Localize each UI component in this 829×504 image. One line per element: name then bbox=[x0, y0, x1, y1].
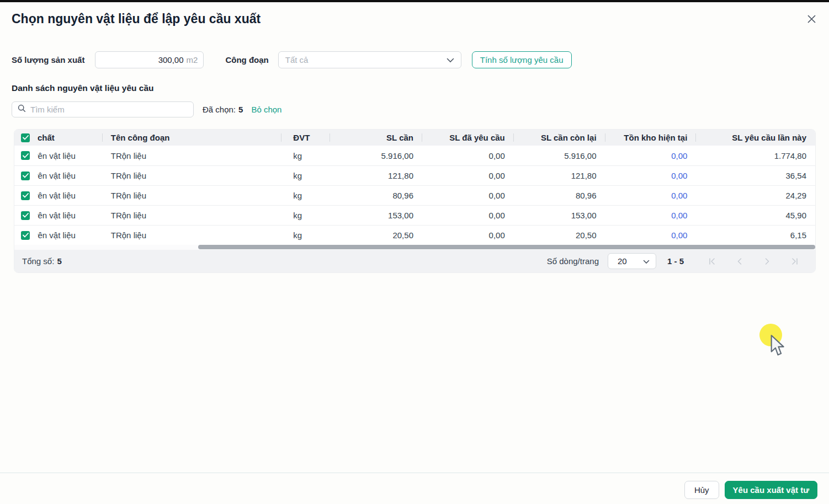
search-icon bbox=[18, 104, 26, 115]
stage-select-placeholder: Tất cả bbox=[285, 55, 309, 65]
cell-ton-kho-link[interactable]: 0,00 bbox=[605, 151, 697, 160]
cell-sl-da-yeu-cau: 0,00 bbox=[422, 230, 514, 240]
cell-unit: kg bbox=[281, 171, 330, 180]
search-box[interactable] bbox=[12, 101, 194, 117]
row-checkbox-cell bbox=[14, 231, 38, 240]
header-checkbox-cell bbox=[14, 130, 38, 146]
first-page-icon[interactable] bbox=[708, 258, 716, 265]
header-sl-da-yeu-cau: SL đã yêu cầu bbox=[422, 130, 514, 146]
cell-sl-yeu-cau-lan-nay: 24,29 bbox=[696, 191, 815, 200]
stage-select[interactable]: Tất cả bbox=[278, 51, 461, 68]
cell-sl-can-con-lai: 153,00 bbox=[514, 211, 605, 220]
scrollbar-thumb[interactable] bbox=[198, 245, 815, 249]
header-material: chất bbox=[38, 130, 103, 146]
mouse-cursor bbox=[770, 335, 785, 359]
search-input[interactable] bbox=[30, 105, 188, 114]
rows-per-page-label: Số dòng/trang bbox=[547, 256, 599, 266]
row-checkbox-cell bbox=[14, 211, 38, 220]
cell-material: yên vật liệu bbox=[38, 191, 103, 200]
production-qty-input[interactable]: 300,00 m2 bbox=[95, 51, 204, 68]
cell-sl-can: 153,00 bbox=[330, 211, 422, 220]
header-ton-kho: Tồn kho hiện tại bbox=[605, 130, 697, 146]
table-row[interactable]: yên vật liệu TRộn liệu kg 121,80 0,00 12… bbox=[14, 165, 815, 185]
cell-material: yên vật liệu bbox=[38, 151, 103, 160]
cell-material: yên vật liệu bbox=[38, 211, 103, 220]
last-page-icon[interactable] bbox=[791, 258, 799, 265]
modal-actions: Hủy Yêu cầu xuất vật tư bbox=[684, 481, 817, 499]
search-row: Đã chọn: 5 Bỏ chọn bbox=[12, 101, 281, 117]
cell-stage: TRộn liệu bbox=[103, 230, 282, 240]
cell-material: yên vật liệu bbox=[38, 230, 103, 240]
deselect-all-link[interactable]: Bỏ chọn bbox=[251, 105, 281, 114]
close-button[interactable] bbox=[805, 14, 817, 26]
calc-required-qty-button[interactable]: Tính số lượng yêu cầu bbox=[472, 51, 572, 68]
material-list-section-title: Danh sách nguyên vật liệu yêu cầu bbox=[12, 83, 154, 93]
production-qty-label: Số lượng sản xuất bbox=[12, 55, 84, 65]
selected-count: 5 bbox=[238, 105, 243, 114]
header-sl-can: SL cần bbox=[330, 130, 422, 146]
cell-sl-yeu-cau-lan-nay: 6,15 bbox=[696, 230, 815, 240]
cell-sl-yeu-cau-lan-nay: 36,54 bbox=[696, 171, 815, 180]
cell-unit: kg bbox=[281, 230, 330, 240]
production-qty-unit: m2 bbox=[187, 55, 198, 65]
total-value: 5 bbox=[57, 256, 61, 266]
cell-ton-kho-link[interactable]: 0,00 bbox=[605, 230, 697, 240]
table-row[interactable]: yên vật liệu TRộn liệu kg 20,50 0,00 20,… bbox=[14, 225, 815, 245]
horizontal-scrollbar[interactable] bbox=[14, 245, 815, 250]
cell-stage: TRộn liệu bbox=[103, 191, 282, 200]
table-row[interactable]: yên vật liệu TRộn liệu kg 153,00 0,00 15… bbox=[14, 205, 815, 225]
pager bbox=[708, 258, 799, 265]
cell-sl-can: 80,96 bbox=[330, 191, 422, 200]
select-all-checkbox[interactable] bbox=[21, 133, 30, 142]
cell-sl-yeu-cau-lan-nay: 45,90 bbox=[696, 211, 815, 220]
table-row[interactable]: yên vật liệu TRộn liệu kg 5.916,00 0,00 … bbox=[14, 146, 815, 165]
row-checkbox-cell bbox=[14, 151, 38, 160]
next-page-icon[interactable] bbox=[763, 258, 771, 265]
top-border-bar bbox=[0, 0, 829, 2]
stage-label: Công đoạn bbox=[225, 55, 268, 65]
cell-ton-kho-link[interactable]: 0,00 bbox=[605, 211, 697, 220]
selected-summary: Đã chọn: 5 bbox=[203, 105, 243, 114]
cell-stage: TRộn liệu bbox=[103, 211, 282, 220]
prev-page-icon[interactable] bbox=[736, 258, 743, 265]
materials-table: chất Tên công đoạn ĐVT SL cần SL đã yêu … bbox=[14, 129, 816, 273]
cell-stage: TRộn liệu bbox=[103, 171, 282, 180]
cell-unit: kg bbox=[281, 211, 330, 220]
rows-per-page-value: 20 bbox=[618, 256, 627, 266]
table-header-row: chất Tên công đoạn ĐVT SL cần SL đã yêu … bbox=[14, 130, 815, 146]
total-label: Tổng số: bbox=[22, 256, 54, 266]
row-checkbox-checked[interactable] bbox=[21, 171, 30, 180]
row-checkbox-checked[interactable] bbox=[21, 151, 30, 160]
cancel-button[interactable]: Hủy bbox=[684, 481, 719, 499]
cell-sl-da-yeu-cau: 0,00 bbox=[422, 151, 514, 160]
header-sl-can-con-lai: SL cần còn lại bbox=[514, 130, 605, 146]
cell-sl-yeu-cau-lan-nay: 1.774,80 bbox=[696, 151, 815, 160]
cell-sl-da-yeu-cau: 0,00 bbox=[422, 191, 514, 200]
cell-ton-kho-link[interactable]: 0,00 bbox=[605, 171, 697, 180]
cell-sl-can: 5.916,00 bbox=[330, 151, 422, 160]
table-row[interactable]: yên vật liệu TRộn liệu kg 80,96 0,00 80,… bbox=[14, 185, 815, 205]
cell-sl-can-con-lai: 20,50 bbox=[514, 230, 605, 240]
total-summary: Tổng số: 5 bbox=[22, 256, 62, 266]
page-title: Chọn nguyên vật liệu để lập yêu cầu xuất bbox=[12, 12, 261, 26]
cell-sl-can: 20,50 bbox=[330, 230, 422, 240]
row-checkbox-cell bbox=[14, 171, 38, 180]
production-form-row: Số lượng sản xuất 300,00 m2 Công đoạn Tấ… bbox=[12, 51, 572, 68]
selected-label: Đã chọn: bbox=[203, 105, 236, 114]
row-checkbox-checked[interactable] bbox=[21, 191, 30, 200]
row-checkbox-checked[interactable] bbox=[21, 231, 30, 240]
cell-sl-can-con-lai: 5.916,00 bbox=[514, 151, 605, 160]
header-stage: Tên công đoạn bbox=[103, 130, 282, 146]
production-qty-value: 300,00 bbox=[158, 55, 184, 65]
chevron-down-icon bbox=[447, 55, 454, 65]
rows-per-page-select[interactable]: 20 bbox=[608, 253, 656, 269]
row-checkbox-checked[interactable] bbox=[21, 211, 30, 220]
cell-ton-kho-link[interactable]: 0,00 bbox=[605, 191, 697, 200]
submit-export-request-button[interactable]: Yêu cầu xuất vật tư bbox=[725, 481, 817, 499]
close-icon bbox=[807, 14, 816, 26]
cell-sl-can: 121,80 bbox=[330, 171, 422, 180]
row-checkbox-cell bbox=[14, 191, 38, 200]
header-unit: ĐVT bbox=[281, 130, 330, 146]
cell-unit: kg bbox=[281, 151, 330, 160]
cell-sl-da-yeu-cau: 0,00 bbox=[422, 171, 514, 180]
